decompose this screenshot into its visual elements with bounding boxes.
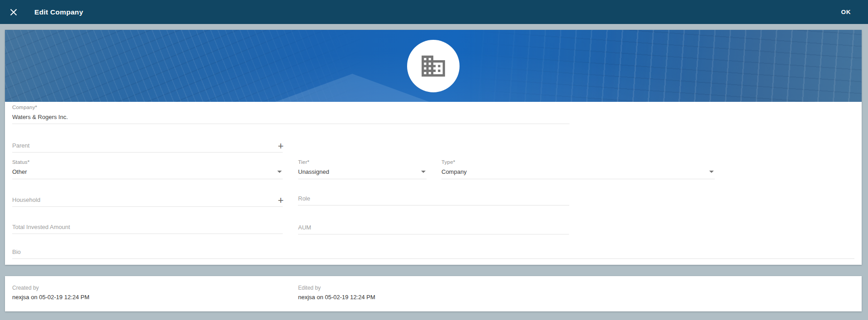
tier-field: Tier* Unassigned [298,159,427,179]
edited-by-label: Edited by [298,285,375,291]
type-label: Type* [441,159,715,165]
aum-field [298,222,569,234]
edit-company-dialog: Edit Company OK Company* + Stat [0,0,868,320]
tier-select[interactable]: Unassigned [298,167,427,179]
tier-value: Unassigned [298,168,329,175]
edited-by-value: nexjsa on 05-02-19 12:24 PM [298,294,375,301]
aum-input[interactable] [298,222,569,234]
banner-building-texture-right [468,30,862,102]
role-input [298,193,569,205]
bio-field [12,247,854,259]
status-field: Status* Other [12,159,283,179]
chevron-down-icon [709,171,714,173]
close-icon [10,9,17,16]
tier-label: Tier* [298,159,427,165]
created-by-block: Created by nexjsa on 05-02-19 12:24 PM [12,285,90,301]
plus-icon: + [278,140,284,152]
company-avatar [407,40,460,92]
total-invested-amount-input[interactable] [12,222,283,234]
close-button[interactable] [5,3,23,21]
add-parent-button[interactable]: + [277,141,285,151]
company-banner-image [5,30,862,102]
audit-panel: Created by nexjsa on 05-02-19 12:24 PM E… [5,276,862,311]
company-input[interactable] [12,112,569,124]
bio-input[interactable] [12,247,854,259]
banner-rooftop-silhouette [275,74,429,102]
company-label: Company* [12,105,569,110]
household-field: + [12,195,283,207]
role-field [298,193,569,205]
type-field: Type* Company [441,159,715,179]
chevron-down-icon [421,171,426,173]
form-panel: Company* + Status* Other Tier* Unassigne… [5,30,862,265]
ok-button[interactable]: OK [838,4,854,20]
plus-icon: + [278,195,284,206]
dialog-header: Edit Company OK [0,0,868,24]
parent-input[interactable] [12,140,283,153]
parent-field: + [12,140,283,153]
company-field: Company* [12,105,569,124]
dialog-title: Edit Company [34,8,83,16]
status-select[interactable]: Other [12,167,283,179]
edited-by-block: Edited by nexjsa on 05-02-19 12:24 PM [298,285,375,301]
add-household-button[interactable]: + [277,196,285,205]
company-building-icon [419,52,447,80]
status-value: Other [12,168,27,175]
total-invested-amount-field [12,222,283,234]
type-select[interactable]: Company [441,167,715,179]
created-by-value: nexjsa on 05-02-19 12:24 PM [12,294,90,301]
created-by-label: Created by [12,285,90,291]
chevron-down-icon [277,171,282,173]
type-value: Company [441,168,467,175]
household-input[interactable] [12,195,283,207]
status-label: Status* [12,159,283,165]
